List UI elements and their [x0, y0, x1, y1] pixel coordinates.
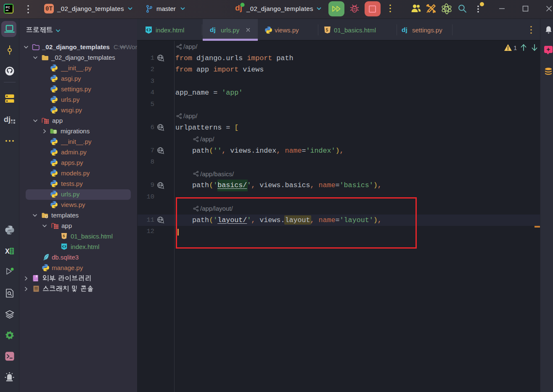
svg-text:PC: PC [5, 5, 10, 9]
svg-text:X: X [5, 248, 10, 255]
